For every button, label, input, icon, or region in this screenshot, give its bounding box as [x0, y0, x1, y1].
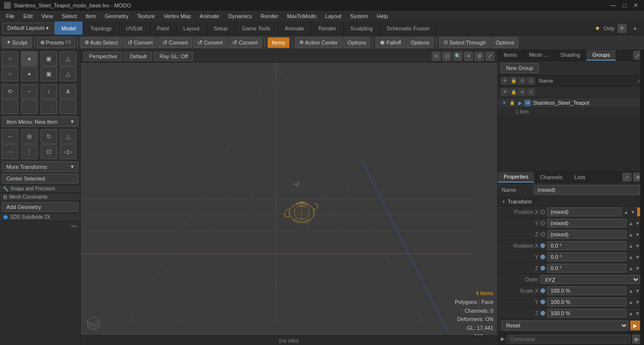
- pos-x-value[interactable]: (mixed): [547, 207, 622, 216]
- right-scrollbar[interactable]: [640, 50, 644, 345]
- rot-y-arrow-up[interactable]: ▲: [628, 254, 633, 260]
- vp-rotate-icon[interactable]: ↻: [432, 52, 441, 61]
- tab-model[interactable]: Model: [55, 22, 84, 35]
- options2-btn[interactable]: Options: [406, 37, 434, 48]
- scale-y-arrow-up[interactable]: ▲: [628, 299, 633, 305]
- viewport-canvas[interactable]: +Z Y X Z 4 Items Polygons : Face Channel…: [81, 63, 497, 345]
- close-btn[interactable]: ✕: [631, 2, 640, 9]
- star-button[interactable]: ★: [595, 24, 600, 32]
- auto-select-btn[interactable]: ⊕ Auto Select: [80, 37, 122, 48]
- pos-x-arrow-dn[interactable]: ▼: [630, 209, 635, 215]
- tool-torus[interactable]: ○: [1, 67, 18, 81]
- tab-schematic[interactable]: Schematic Fusion: [380, 22, 437, 35]
- menu-geometry[interactable]: Geometry: [101, 12, 132, 20]
- scale-x-value[interactable]: 100.0 %: [547, 286, 626, 295]
- pos-x-circle[interactable]: [540, 209, 545, 214]
- convert3-btn[interactable]: ↺ Convert: [193, 37, 227, 48]
- maximize-btn[interactable]: □: [621, 2, 628, 9]
- rot-x-value[interactable]: 0.0 °: [547, 241, 626, 250]
- tab-shading[interactable]: Shading: [555, 50, 586, 61]
- menu-item[interactable]: Item: [82, 12, 100, 20]
- menu-maxtomodo[interactable]: MaxToModo: [283, 12, 320, 20]
- menu-vertex-map[interactable]: Vertex Map: [160, 12, 195, 20]
- tab-gametools[interactable]: Game Tools: [235, 22, 278, 35]
- tool-box[interactable]: ▣: [41, 51, 57, 66]
- tool-sphere2[interactable]: ●: [21, 51, 38, 66]
- reset-orange-btn[interactable]: ▶: [630, 321, 640, 330]
- transform-t3[interactable]: ⋮: [21, 144, 38, 159]
- new-group-btn[interactable]: New Group: [501, 63, 539, 73]
- more-transforms-btn[interactable]: More Transforms ▾: [2, 161, 78, 172]
- menu-view[interactable]: View: [38, 12, 57, 20]
- tool-mesh[interactable]: ▣: [41, 67, 57, 81]
- transform-scale[interactable]: ⊞: [21, 129, 38, 144]
- presets-btn[interactable]: Presets F6: [37, 37, 75, 48]
- menu-dynamics[interactable]: Dynamics: [224, 12, 256, 20]
- prop-name-input[interactable]: [534, 185, 640, 195]
- vp-light-icon[interactable]: ☀: [464, 52, 473, 61]
- perspective-btn[interactable]: Perspective: [84, 52, 122, 61]
- props-expand-icon[interactable]: ⤢: [622, 173, 631, 182]
- pos-z-arrow-up[interactable]: ▲: [628, 232, 633, 237]
- col-eye-icon[interactable]: 👁: [501, 77, 509, 85]
- settings-icon[interactable]: ⚙: [618, 24, 626, 33]
- tool-e4[interactable]: [60, 99, 76, 114]
- vp-view-icon[interactable]: ⊡: [443, 52, 451, 61]
- tool-tri[interactable]: △: [60, 67, 76, 81]
- tab-uvedit[interactable]: UVEdit: [119, 22, 150, 35]
- convert2-btn[interactable]: ↺ Convert: [158, 37, 192, 48]
- layouts-dropdown[interactable]: Default Layouts ▾: [2, 23, 55, 34]
- sds-subdivide-section[interactable]: 🔷 SDS Subdivide 2X: [0, 213, 80, 221]
- scale-y-circle[interactable]: [540, 299, 545, 304]
- convert4-btn[interactable]: ↺ Convert: [228, 37, 262, 48]
- props-tab-channels[interactable]: Channels: [534, 172, 568, 182]
- mesh-constraints-section[interactable]: ⛓ Mesh Constraints: [0, 193, 80, 201]
- col-settings-icon[interactable]: ⚙: [518, 77, 526, 85]
- pos-z-value[interactable]: (mixed): [547, 230, 626, 239]
- reset-select[interactable]: Reset: [502, 321, 628, 330]
- tool-cone[interactable]: △: [60, 51, 76, 66]
- rot-z-arrow-dn[interactable]: ▼: [635, 266, 640, 271]
- tab-layout[interactable]: Layout: [177, 22, 207, 35]
- transform-t2[interactable]: ↔↕: [1, 144, 18, 159]
- transform-section-header[interactable]: ▼ Transform: [498, 197, 644, 207]
- item-expand-triangle[interactable]: ▶: [518, 100, 522, 106]
- menu-render[interactable]: Render: [257, 12, 282, 20]
- pos-z-arrow-dn[interactable]: ▼: [635, 232, 640, 237]
- rot-x-arrow-dn[interactable]: ▼: [635, 243, 640, 249]
- rot-y-value[interactable]: 0.0 °: [547, 253, 626, 261]
- sculpt-btn[interactable]: ✦ Sculpt: [2, 37, 32, 48]
- item-eye[interactable]: 👁: [501, 99, 508, 106]
- menu-texture[interactable]: Texture: [133, 12, 159, 20]
- tool-sphere[interactable]: ○: [1, 51, 18, 66]
- tool-e3[interactable]: [41, 99, 57, 114]
- scale-z-circle[interactable]: [540, 311, 545, 316]
- scale-z-arrow-up[interactable]: ▲: [628, 311, 633, 316]
- expand-btn[interactable]: >>: [0, 221, 80, 231]
- tool-disc[interactable]: ●: [21, 67, 38, 81]
- props-tab-lists[interactable]: Lists: [569, 172, 592, 182]
- scale-z-arrow-dn[interactable]: ▼: [635, 311, 640, 316]
- pos-y-value[interactable]: (mixed): [547, 219, 626, 228]
- menu-select[interactable]: Select: [58, 12, 81, 20]
- tab-groups[interactable]: Groups: [586, 50, 616, 61]
- center-selected-btn[interactable]: Center Selected: [2, 174, 78, 184]
- raygl-btn[interactable]: Ray GL: Off: [154, 52, 193, 61]
- rot-y-arrow-dn[interactable]: ▼: [635, 254, 640, 260]
- tab-topology[interactable]: Topology: [83, 22, 119, 35]
- select-through-btn[interactable]: ⊙ Select Through: [439, 37, 490, 48]
- minimize-btn[interactable]: —: [608, 2, 618, 9]
- props-tab-properties[interactable]: Properties: [498, 172, 534, 183]
- scale-x-circle[interactable]: [540, 288, 545, 293]
- convert1-btn[interactable]: ↺ Convert: [123, 37, 157, 48]
- teapot-group-item[interactable]: 👁 🔒 ▶ M Stainless_Steel_Teapot: [498, 98, 644, 108]
- transform-mirror[interactable]: △: [60, 129, 76, 144]
- pos-x-arrow-up[interactable]: ▲: [623, 209, 628, 215]
- tab-sculpting[interactable]: Sculpting: [344, 22, 380, 35]
- rot-x-arrow-up[interactable]: ▲: [628, 243, 633, 249]
- menu-help[interactable]: Help: [373, 12, 392, 20]
- row-lock[interactable]: 🔒: [510, 88, 517, 96]
- tab-paint[interactable]: Paint: [150, 22, 177, 35]
- rot-y-circle[interactable]: [540, 254, 545, 259]
- window-controls[interactable]: — □ ✕: [608, 2, 640, 9]
